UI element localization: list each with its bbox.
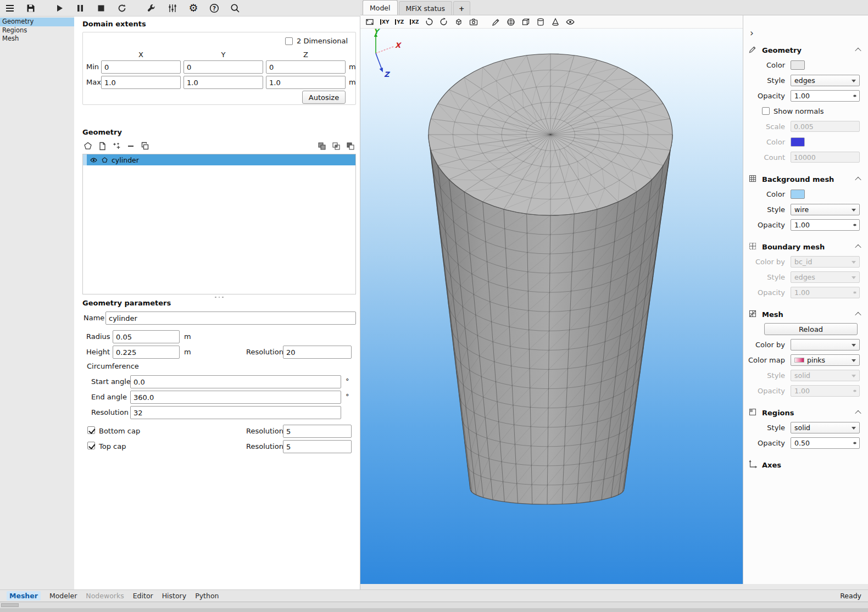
mode-mesher[interactable]: Mesher [7,591,41,600]
radius-input[interactable] [113,330,180,343]
max-label: Max [86,78,101,86]
geometry-opacity-spinner[interactable]: 1.00 [791,90,860,102]
collapse-caret-icon[interactable] [855,410,861,416]
max-y-input[interactable] [183,76,263,89]
cube-icon[interactable] [520,16,531,27]
intersect-icon[interactable] [331,141,342,152]
view-yz-icon[interactable]: YZ [394,16,405,27]
run-button[interactable] [53,2,66,15]
cone-icon[interactable] [550,16,561,27]
bottom-cap-label: Bottom cap [99,427,140,435]
reset-camera-icon[interactable] [364,16,375,27]
tab-mfix-status[interactable]: MFiX status [399,1,452,15]
two-dimensional-checkbox[interactable] [285,37,293,45]
mode-history[interactable]: History [162,592,186,600]
tab-add-button[interactable]: + [453,1,470,15]
panel-collapse-icon[interactable]: › [750,29,754,38]
view-xz-icon[interactable]: XZ [409,16,420,27]
background-mesh-color-swatch[interactable] [791,190,805,199]
status-ready-label: Ready [840,592,861,600]
resolution-input[interactable] [283,346,352,359]
sidebar-item-regions[interactable]: Regions [0,26,74,35]
gear-icon[interactable]: ⚙ [187,2,200,15]
regions-style-select[interactable]: solid [791,422,860,433]
3d-viewport[interactable]: Y X Z [360,29,743,584]
perspective-icon[interactable] [453,16,464,27]
name-input[interactable] [105,311,356,325]
max-z-input[interactable] [266,76,346,89]
background-mesh-opacity-spinner[interactable]: 1.00 [791,219,860,231]
difference-icon[interactable] [345,141,356,152]
collapse-caret-icon[interactable] [855,48,861,54]
sidebar-item-geometry[interactable]: Geometry [0,18,74,26]
boundary-opacity-spinner: 1.00 [791,287,860,298]
bottom-cap-checkbox[interactable] [87,426,95,434]
show-normals-checkbox[interactable] [762,107,770,115]
top-cap-checkbox[interactable] [87,442,95,449]
collapse-caret-icon[interactable] [855,312,861,318]
geometry-style-select[interactable]: edges [791,75,860,86]
end-angle-input[interactable] [130,391,341,404]
globe-icon[interactable] [505,16,516,27]
menu-button[interactable] [3,2,16,15]
pause-button[interactable] [74,2,87,15]
min-y-input[interactable] [183,60,263,74]
copy-geometry-icon[interactable] [140,141,151,152]
bottom-cap-resolution-input[interactable] [283,425,352,438]
settings-sliders-icon[interactable] [166,2,179,15]
screenshot-camera-icon[interactable] [468,16,479,27]
max-x-input[interactable] [101,76,181,89]
nav-sidebar: Geometry Regions Mesh [0,16,74,589]
help-icon[interactable]: ? [208,2,221,15]
mode-editor[interactable]: Editor [133,592,153,600]
start-angle-input[interactable] [130,375,341,388]
regions-opacity-spinner[interactable]: 0.50 [791,437,860,449]
procedural-wand-icon[interactable] [111,141,122,152]
toggle-geometry-icon[interactable] [491,16,502,27]
min-z-input[interactable] [266,60,346,74]
opacity-label: Opacity [743,387,785,395]
normals-color-swatch [791,137,805,147]
rotate-ccw-icon[interactable] [424,16,435,27]
height-input[interactable] [113,346,180,359]
top-cap-label: Top cap [99,442,126,450]
style-label: Style [743,273,785,281]
eye-icon[interactable] [565,16,576,27]
column-x-label: X [101,51,181,59]
mesh-color-by-select[interactable] [791,339,860,350]
mesh-color-map-select[interactable]: pinks [791,354,860,366]
top-cap-resolution-input[interactable] [283,440,352,453]
sidebar-item-mesh[interactable]: Mesh [0,35,74,43]
autosize-button[interactable]: Autosize [302,91,346,104]
rotate-cw-icon[interactable] [438,16,449,27]
stop-button[interactable] [94,2,108,15]
search-icon[interactable] [229,2,242,15]
union-icon[interactable] [316,141,327,152]
background-mesh-style-select[interactable]: wire [791,204,860,215]
dashed-grid-icon [748,242,757,252]
collapse-caret-icon[interactable] [855,244,861,251]
tab-model[interactable]: Model [363,0,398,15]
remove-geometry-icon[interactable] [125,141,136,152]
mode-python[interactable]: Python [195,592,219,600]
reload-mesh-button[interactable]: Reload [764,323,858,335]
import-geometry-icon[interactable] [97,141,108,152]
view-xy-icon[interactable]: XY [379,16,390,27]
reset-button[interactable] [115,2,129,15]
wrench-icon[interactable] [145,2,158,15]
opacity-label: Opacity [743,92,785,100]
mode-modeler[interactable]: Modeler [49,592,77,600]
add-geometry-icon[interactable] [82,141,93,152]
visibility-eye-icon[interactable] [90,157,98,164]
cylinder-icon[interactable] [535,16,546,27]
circ-resolution-input[interactable] [130,406,341,419]
geometry-pencil-icon [748,45,757,55]
min-x-input[interactable] [101,60,181,74]
normals-scale-input [791,121,860,132]
geometry-list-item-cylinder[interactable]: cylinder [83,154,355,165]
save-button[interactable] [24,2,37,15]
geometry-color-swatch[interactable] [791,60,805,70]
top-cap-resolution-label: Resolution [246,442,283,450]
circ-resolution-label: Resolution [91,408,129,416]
collapse-caret-icon[interactable] [855,177,861,183]
